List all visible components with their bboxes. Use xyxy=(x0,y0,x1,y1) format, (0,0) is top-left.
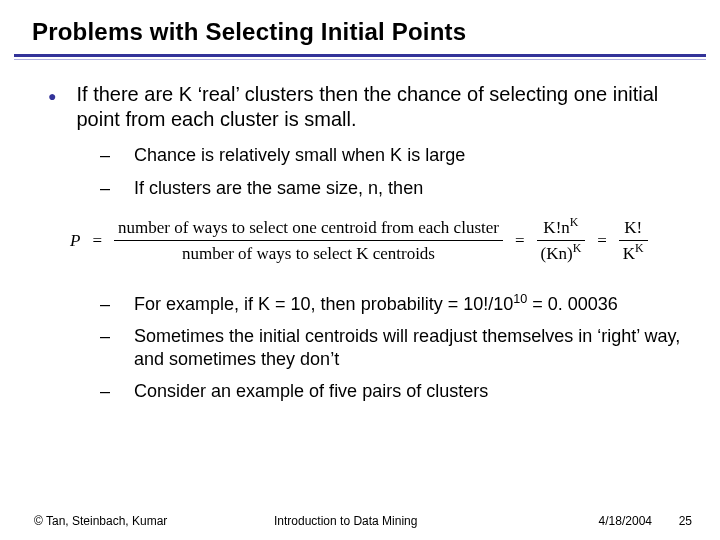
sub-text-a: Chance is relatively small when K is lar… xyxy=(134,144,696,167)
frac1-num: number of ways to select one centroid fr… xyxy=(114,217,503,238)
frac2-num: K!nK xyxy=(539,217,582,238)
frac2-den-base: (Kn) xyxy=(541,244,573,263)
sub-text-c: For example, if K = 10, then probability… xyxy=(134,293,696,316)
footer-date: 4/18/2004 xyxy=(542,514,652,528)
sub-item-b: – If clusters are the same size, n, then xyxy=(100,177,696,200)
sublist-2: – For example, if K = 10, then probabili… xyxy=(100,293,696,403)
footer-title: Introduction to Data Mining xyxy=(244,514,542,528)
slide-title: Problems with Selecting Initial Points xyxy=(0,0,720,46)
frac3-num: K! xyxy=(620,217,646,238)
sub-text-d: Sometimes the initial centroids will rea… xyxy=(134,325,696,370)
disc-bullet-icon: ● xyxy=(48,88,56,106)
fraction-bar-icon xyxy=(114,240,503,241)
fraction-2: K!nK (Kn)K xyxy=(537,217,586,265)
slide-footer: © Tan, Steinbach, Kumar Introduction to … xyxy=(0,514,720,528)
probability-formula: P = number of ways to select one centroi… xyxy=(48,217,696,265)
frac3-den: KK xyxy=(619,243,648,264)
lvl1-text: If there are K ‘real’ clusters then the … xyxy=(76,82,696,132)
sub-item-c: – For example, if K = 10, then probabili… xyxy=(100,293,696,316)
footer-page-number: 25 xyxy=(652,514,692,528)
equals-icon: = xyxy=(515,230,525,251)
sublist: – Chance is relatively small when K is l… xyxy=(100,144,696,199)
rule-dark xyxy=(14,54,706,57)
equals-icon: = xyxy=(92,230,102,251)
fraction-1: number of ways to select one centroid fr… xyxy=(114,217,503,265)
frac2-den: (Kn)K xyxy=(537,243,586,264)
footer-copyright: © Tan, Steinbach, Kumar xyxy=(34,514,244,528)
frac3-den-base: K xyxy=(623,244,635,263)
fraction-3: K! KK xyxy=(619,217,648,265)
dash-bullet-icon: – xyxy=(100,293,110,316)
slide-body: ● If there are K ‘real’ clusters then th… xyxy=(0,60,720,403)
dash-bullet-icon: – xyxy=(100,325,110,348)
sub-item-e: – Consider an example of five pairs of c… xyxy=(100,380,696,403)
slide: Problems with Selecting Initial Points ●… xyxy=(0,0,720,540)
formula-P: P xyxy=(70,230,80,251)
equals-icon: = xyxy=(597,230,607,251)
sub-text-e: Consider an example of five pairs of clu… xyxy=(134,380,696,403)
dash-bullet-icon: – xyxy=(100,144,110,167)
frac1-den: number of ways to select K centroids xyxy=(178,243,439,264)
frac2-num-exp: K xyxy=(570,215,579,229)
frac2-den-exp: K xyxy=(573,242,582,256)
sub-text-b: If clusters are the same size, n, then xyxy=(134,177,696,200)
frac2-num-base: K!n xyxy=(543,218,569,237)
dash-bullet-icon: – xyxy=(100,177,110,200)
sub-item-d: – Sometimes the initial centroids will r… xyxy=(100,325,696,370)
bullet-level1: ● If there are K ‘real’ clusters then th… xyxy=(48,82,696,132)
sub-c-pre: For example, if K = 10, then probability… xyxy=(134,294,513,314)
frac3-den-exp: K xyxy=(635,242,644,256)
sub-c-exp: 10 xyxy=(513,292,527,306)
sub-c-post: = 0. 00036 xyxy=(527,294,618,314)
sub-item-a: – Chance is relatively small when K is l… xyxy=(100,144,696,167)
dash-bullet-icon: – xyxy=(100,380,110,403)
